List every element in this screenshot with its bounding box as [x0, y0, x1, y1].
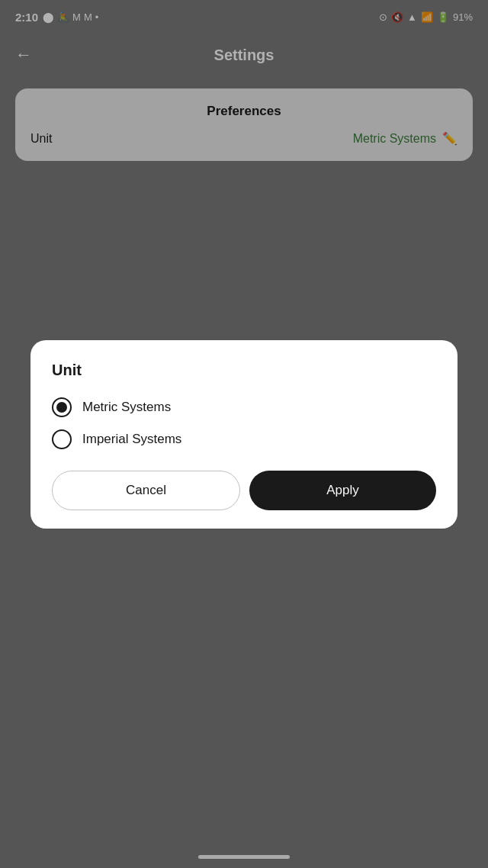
- unit-dialog: Unit Metric Systems Imperial Systems Can…: [30, 340, 458, 529]
- radio-group: Metric Systems Imperial Systems: [52, 397, 436, 449]
- dialog-buttons: Cancel Apply: [52, 471, 436, 510]
- radio-label-metric: Metric Systems: [82, 400, 171, 415]
- dialog-title: Unit: [52, 362, 436, 379]
- cancel-button[interactable]: Cancel: [52, 471, 240, 510]
- home-indicator: [198, 855, 290, 859]
- radio-outer-metric: [52, 397, 72, 417]
- radio-outer-imperial: [52, 429, 72, 449]
- apply-button[interactable]: Apply: [249, 471, 436, 510]
- radio-inner-metric: [56, 402, 67, 413]
- radio-item-imperial[interactable]: Imperial Systems: [52, 429, 436, 449]
- modal-backdrop: Unit Metric Systems Imperial Systems Can…: [0, 0, 488, 868]
- radio-label-imperial: Imperial Systems: [82, 432, 181, 447]
- radio-item-metric[interactable]: Metric Systems: [52, 397, 436, 417]
